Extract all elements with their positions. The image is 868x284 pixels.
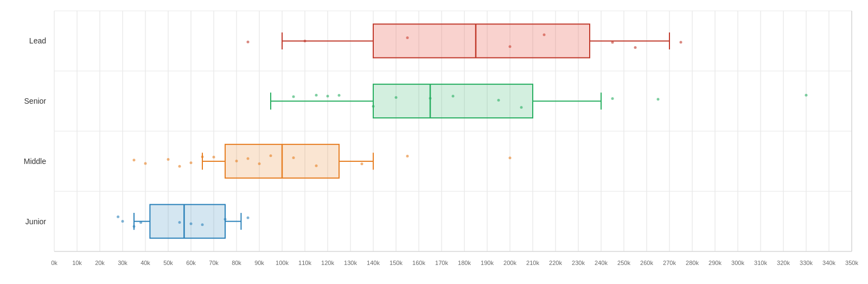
svg-text:130k: 130k: [344, 260, 357, 266]
svg-text:200k: 200k: [503, 260, 516, 266]
svg-point-94: [327, 94, 329, 97]
svg-text:40k: 40k: [141, 260, 150, 266]
svg-text:150k: 150k: [390, 260, 403, 266]
svg-text:320k: 320k: [777, 260, 790, 266]
svg-rect-89: [373, 24, 590, 58]
svg-point-95: [338, 94, 341, 97]
svg-point-127: [509, 156, 512, 159]
svg-text:70k: 70k: [209, 260, 219, 266]
svg-text:110k: 110k: [298, 260, 311, 266]
svg-text:350k: 350k: [845, 260, 858, 266]
svg-text:180k: 180k: [458, 260, 471, 266]
svg-point-136: [122, 220, 124, 223]
svg-text:Junior: Junior: [25, 217, 46, 226]
svg-point-103: [657, 98, 660, 100]
svg-text:120k: 120k: [321, 260, 334, 266]
svg-text:230k: 230k: [572, 260, 585, 266]
svg-text:300k: 300k: [731, 260, 744, 266]
svg-text:340k: 340k: [822, 260, 835, 266]
svg-text:290k: 290k: [709, 260, 722, 266]
svg-text:80k: 80k: [232, 260, 241, 266]
svg-point-125: [361, 162, 363, 165]
svg-text:280k: 280k: [686, 260, 699, 266]
svg-text:310k: 310k: [754, 260, 767, 266]
svg-text:140k: 140k: [367, 260, 380, 266]
svg-point-83: [634, 46, 637, 49]
svg-text:270k: 270k: [663, 260, 676, 266]
svg-point-92: [292, 96, 295, 98]
svg-text:160k: 160k: [412, 260, 425, 266]
svg-point-143: [247, 216, 250, 219]
svg-point-112: [133, 159, 136, 161]
chart-container: 0k10k20k30k40k50k60k70k80k90k100k110k120…: [0, 0, 868, 284]
svg-point-84: [680, 41, 682, 43]
svg-rect-109: [373, 84, 533, 118]
svg-point-102: [611, 97, 614, 100]
svg-text:210k: 210k: [526, 260, 539, 266]
svg-text:Senior: Senior: [24, 97, 47, 105]
svg-text:60k: 60k: [186, 260, 196, 266]
svg-text:100k: 100k: [276, 260, 289, 266]
svg-text:50k: 50k: [163, 260, 173, 266]
svg-text:0k: 0k: [51, 260, 58, 266]
svg-text:90k: 90k: [254, 260, 264, 266]
svg-text:220k: 220k: [549, 260, 562, 266]
svg-rect-148: [150, 205, 225, 238]
svg-text:30k: 30k: [118, 260, 127, 266]
svg-point-93: [315, 94, 318, 97]
svg-text:170k: 170k: [435, 260, 448, 266]
svg-point-116: [190, 161, 193, 164]
svg-point-77: [247, 41, 250, 43]
svg-point-135: [117, 216, 119, 218]
svg-text:190k: 190k: [481, 260, 494, 266]
svg-point-118: [213, 156, 215, 159]
box-plot-chart: 0k10k20k30k40k50k60k70k80k90k100k110k120…: [0, 0, 868, 284]
svg-text:330k: 330k: [800, 260, 813, 266]
svg-text:260k: 260k: [640, 260, 653, 266]
svg-text:Middle: Middle: [24, 157, 46, 166]
svg-point-126: [406, 155, 409, 157]
svg-point-113: [144, 162, 147, 165]
svg-text:Lead: Lead: [29, 36, 46, 45]
svg-text:250k: 250k: [617, 260, 630, 266]
svg-point-104: [805, 94, 808, 97]
svg-text:20k: 20k: [95, 260, 105, 266]
svg-text:240k: 240k: [595, 260, 608, 266]
svg-point-114: [167, 158, 170, 161]
svg-point-115: [178, 165, 181, 168]
svg-text:10k: 10k: [72, 260, 82, 266]
